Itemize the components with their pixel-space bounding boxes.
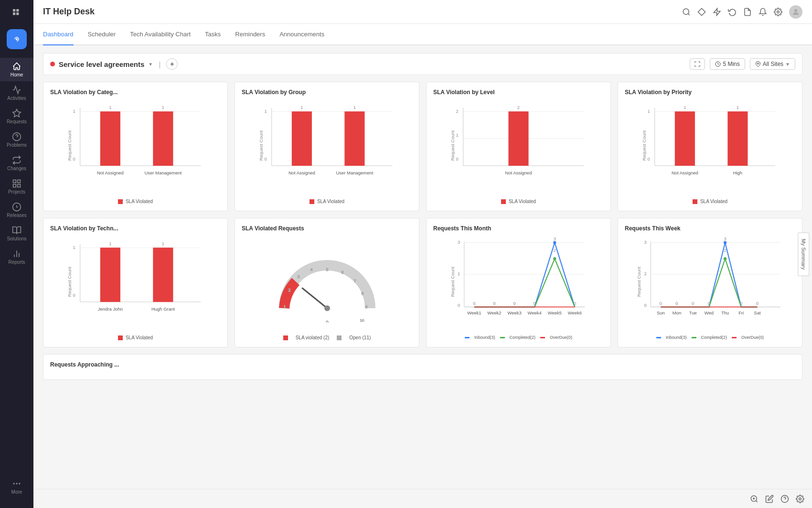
tab-scheduler[interactable]: Scheduler (88, 24, 116, 45)
bar-chart-svg-priority: 1 0 Request Count Not Assigned High 1 1 (625, 100, 795, 196)
zoom-icon[interactable] (750, 495, 759, 503)
expand-button[interactable] (690, 58, 705, 70)
sidebar-item-more[interactable]: More (0, 475, 33, 498)
legend-label-sla-violated: SLA violated (2) (296, 335, 330, 340)
svg-text:1: 1 (109, 241, 111, 246)
legend-month: Inbound(3) Completed(2) OverDue(0) (433, 335, 604, 340)
time-filter-button[interactable]: 5 Mins (710, 58, 745, 70)
svg-text:1: 1 (737, 105, 739, 110)
svg-text:1: 1 (458, 271, 460, 276)
bottom-toolbar (33, 489, 812, 508)
settings-icon[interactable] (796, 495, 804, 503)
svg-text:1: 1 (684, 105, 686, 110)
svg-rect-3 (16, 12, 19, 15)
legend-dot-tech (118, 335, 123, 340)
svg-text:Request Count: Request Count (641, 130, 647, 161)
sidebar-item-problems[interactable]: Problems (0, 128, 33, 151)
svg-rect-68 (727, 111, 748, 166)
charts-row-1: SLA Violation by Categ... 1 0 Request Co… (43, 82, 802, 211)
legend-label-overdue-week: OverDue(0) (741, 335, 764, 340)
chart-title-week: Requests This Week (625, 225, 795, 232)
svg-text:0: 0 (692, 301, 694, 306)
tab-dashboard[interactable]: Dashboard (43, 24, 74, 45)
tab-reminders[interactable]: Reminders (235, 24, 265, 45)
legend-dot-level (501, 199, 506, 204)
svg-text:Week2: Week2 (487, 310, 501, 315)
svg-text:1: 1 (162, 105, 164, 110)
sidebar-item-reports[interactable]: Reports (0, 245, 33, 269)
legend-line-overdue-week (732, 337, 737, 338)
sla-dropdown-arrow[interactable]: ▼ (148, 62, 153, 67)
chart-sla-by-tech: SLA Violation by Techn... 1 0 Request Co… (43, 218, 228, 347)
svg-text:Hugh Grant: Hugh Grant (151, 306, 175, 312)
gear-icon[interactable] (774, 8, 782, 16)
grid-icon[interactable] (9, 5, 25, 23)
diamond-icon[interactable] (697, 8, 706, 16)
svg-text:Not Assigned: Not Assigned (505, 170, 532, 175)
sidebar-item-changes[interactable]: Changes (0, 151, 33, 175)
sidebar-item-home[interactable]: Home (0, 58, 33, 81)
svg-text:1: 1 (456, 132, 458, 138)
avatar[interactable] (789, 5, 802, 19)
sidebar-label-releases: Releases (7, 213, 27, 218)
svg-point-20 (683, 9, 689, 14)
chart-title-gauge: SLA Violated Requests (242, 225, 412, 232)
search-icon[interactable] (682, 8, 691, 16)
svg-line-97 (302, 288, 327, 308)
time-filter-label: 5 Mins (723, 61, 739, 67)
edit-icon[interactable] (765, 495, 774, 503)
main-content: IT Help Desk Dashboard Scheduler Tech Av… (33, 0, 812, 508)
chart-area-level: 2 1 0 Request Count Not Assigned 2 (433, 100, 604, 196)
document-icon[interactable] (743, 8, 752, 16)
history-icon[interactable] (728, 8, 737, 16)
svg-point-98 (324, 305, 330, 311)
bar-chart-svg-category: 1 0 Request Count Not Assigned User (50, 100, 221, 196)
svg-rect-58 (508, 111, 528, 166)
sites-filter-button[interactable]: All Sites ▼ (750, 58, 795, 70)
tab-tech-availability[interactable]: Tech Availability Chart (130, 24, 191, 45)
line-chart-month: 3 1 0 Request Count Week1 Week2 Week3 We… (433, 237, 604, 332)
sla-header-left: Service level agreements ▼ | + (50, 58, 178, 70)
svg-text:0: 0 (647, 156, 650, 162)
sidebar-item-solutions[interactable]: Solutions (0, 222, 33, 245)
svg-text:0: 0 (756, 301, 759, 306)
sidebar-label-changes: Changes (7, 166, 26, 171)
lightning-icon[interactable] (713, 8, 721, 16)
sidebar-item-releases[interactable]: Releases (0, 198, 33, 222)
help-icon[interactable] (780, 495, 789, 503)
legend-level: SLA Violated (433, 199, 604, 204)
svg-point-153 (799, 497, 801, 500)
tab-announcements[interactable]: Announcements (279, 24, 324, 45)
sidebar-item-requests[interactable]: Requests (0, 105, 33, 128)
svg-line-21 (688, 13, 689, 15)
svg-text:High: High (733, 170, 742, 175)
add-widget-button[interactable]: + (166, 58, 178, 70)
svg-text:Request Count: Request Count (450, 267, 455, 297)
sidebar-label-home: Home (11, 72, 23, 77)
sidebar-item-projects[interactable]: Projects (0, 175, 33, 198)
legend-label-inbound-month: Inbound(3) (474, 335, 495, 340)
svg-point-19 (19, 483, 20, 484)
sidebar-item-activities[interactable]: Activities (0, 81, 33, 105)
svg-text:4: 4 (310, 267, 312, 272)
bell-icon[interactable] (759, 8, 767, 16)
svg-text:1: 1 (647, 108, 650, 114)
approaching-card: Requests Approaching ... (43, 354, 802, 380)
svg-rect-11 (18, 184, 21, 187)
line-chart-week: 3 2 0 Request Count Sun Mon Tue Wed Thu … (625, 237, 795, 332)
svg-text:7: 7 (353, 279, 356, 283)
my-summary-tab[interactable]: My Summary (798, 232, 810, 276)
svg-point-25 (794, 9, 797, 12)
legend-group: SLA Violated (242, 199, 412, 204)
legend-category: SLA Violated (50, 199, 221, 204)
svg-point-120 (553, 241, 556, 244)
chart-title-priority: SLA Violation by Priority (625, 89, 795, 96)
chart-area-category: 1 0 Request Count Not Assigned User (50, 100, 221, 196)
tab-tasks[interactable]: Tasks (205, 24, 221, 45)
svg-text:3: 3 (724, 237, 726, 241)
svg-text:1: 1 (109, 105, 111, 110)
svg-text:Mon: Mon (673, 310, 681, 315)
legend-dot-category (118, 199, 123, 204)
svg-text:3: 3 (644, 239, 647, 245)
legend-label-category: SLA Violated (126, 199, 153, 204)
